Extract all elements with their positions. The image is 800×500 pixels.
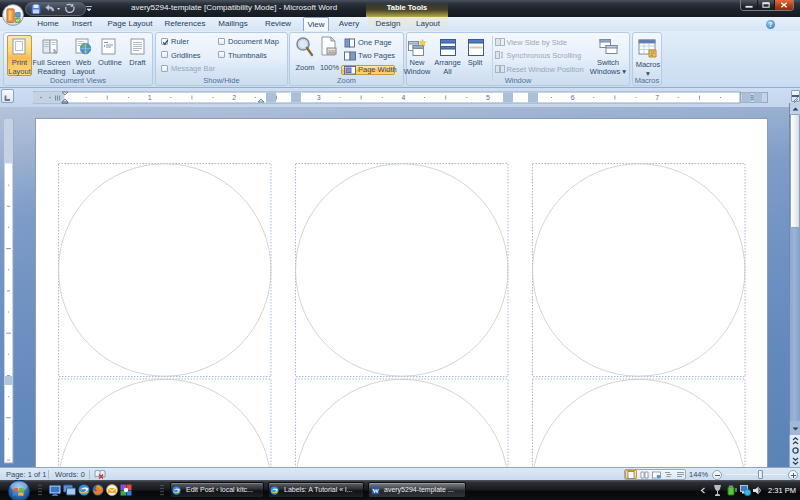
svg-text:3: 3	[317, 94, 321, 101]
svg-text:6: 6	[571, 94, 575, 101]
svg-text:2: 2	[232, 94, 236, 101]
svg-text:1: 1	[148, 94, 152, 101]
svg-text:W: W	[372, 487, 379, 494]
svg-text:7: 7	[655, 94, 659, 101]
svg-text:5: 5	[486, 94, 490, 101]
svg-text:100: 100	[328, 49, 336, 54]
svg-text:4: 4	[401, 94, 405, 101]
